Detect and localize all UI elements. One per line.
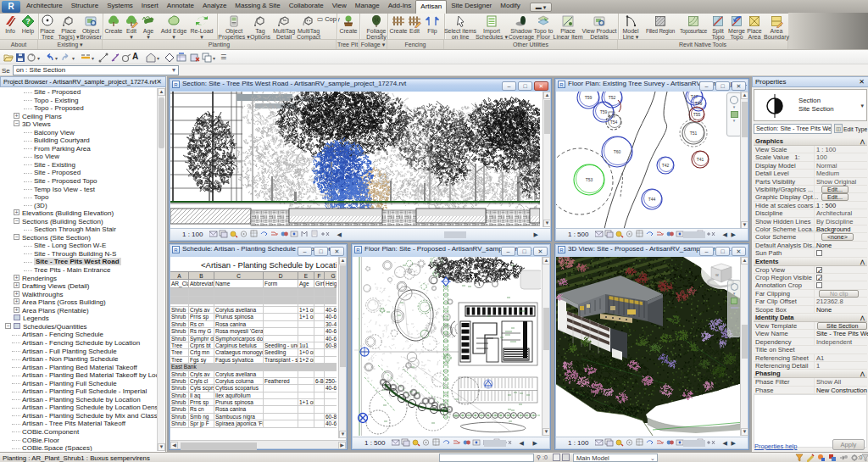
svg-text:W: W [715, 273, 719, 277]
svg-text:T59: T59 [585, 95, 593, 100]
svg-text:T60: T60 [614, 149, 621, 154]
svg-text:T53: T53 [586, 177, 593, 182]
svg-text:T51: T51 [690, 131, 698, 136]
svg-text:T54: T54 [610, 120, 618, 125]
svg-text:T59: T59 [600, 109, 608, 114]
svg-text:T52: T52 [609, 95, 616, 100]
svg-text:T44: T44 [648, 197, 656, 202]
svg-text:T49: T49 [695, 101, 703, 106]
svg-text:T55: T55 [693, 112, 701, 117]
svg-text:T41: T41 [697, 157, 704, 162]
svg-text:?: ? [25, 17, 31, 25]
svg-text:T42: T42 [662, 163, 670, 168]
